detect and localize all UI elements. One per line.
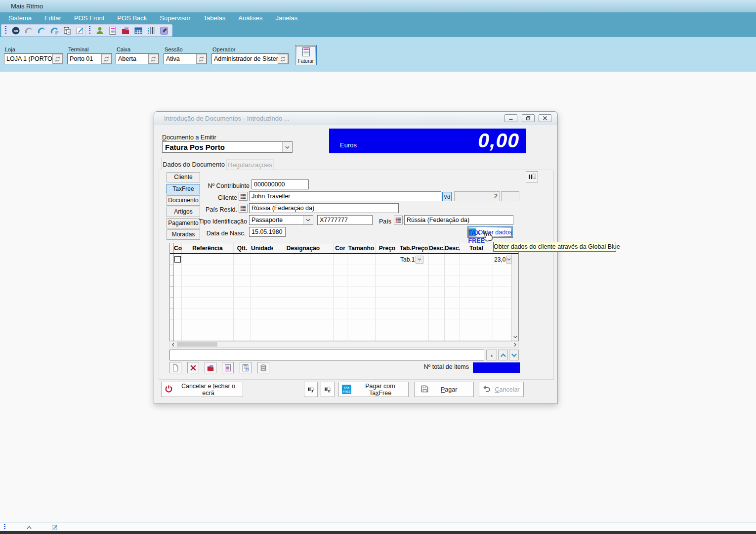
restore-icon[interactable] [522, 114, 535, 122]
grid-cell [273, 276, 334, 287]
pay-taxfree-label: Pagar com TaxFree [355, 383, 405, 397]
close-icon[interactable] [539, 114, 551, 122]
briefcase-icon[interactable] [205, 362, 216, 373]
refresh-icon[interactable] [278, 54, 288, 64]
col-header: Desc.2 [445, 243, 460, 253]
tax-rate-value: 23,0 [494, 256, 505, 263]
barcode-icon[interactable] [146, 25, 157, 36]
faturar-button[interactable]: Faturar [295, 45, 317, 65]
refresh-icon[interactable] [52, 54, 63, 64]
nascimento-field[interactable]: 15.05.1980 [249, 227, 286, 237]
scroll-left-icon[interactable] [170, 342, 176, 347]
minimize-icon[interactable] [504, 114, 517, 122]
session-field-terminal: Terminal Porto 01 [67, 46, 112, 64]
chevron-down-icon[interactable] [303, 216, 313, 224]
chevron-up-icon[interactable] [24, 524, 35, 531]
grid-cell [174, 265, 182, 276]
grid-cell [399, 330, 429, 341]
new-line-icon[interactable] [169, 362, 181, 373]
handset-teal-icon[interactable] [36, 25, 47, 36]
edit-icon[interactable] [75, 25, 85, 36]
menu-item-janelas[interactable]: Janelas [269, 12, 304, 24]
cancel-close-button[interactable]: Cancelar e fechar o ecrã [161, 382, 243, 397]
menu-item-sistema[interactable]: Sistema [2, 12, 38, 24]
menu-item-supervisor[interactable]: Supervisor [153, 12, 197, 24]
grid-cell [234, 298, 251, 309]
user-icon[interactable] [94, 25, 105, 36]
col-header: Qtt. [234, 243, 251, 253]
grid-corner [170, 243, 174, 253]
vertical-scrollbar[interactable] [511, 254, 518, 341]
dropdown-up-icon[interactable]: ▴ [486, 350, 497, 360]
id-number-field[interactable]: X7777777 [317, 215, 373, 225]
power-on-icon[interactable]: on [10, 25, 21, 36]
stack-icon[interactable] [257, 362, 269, 373]
chevron-down-icon[interactable] [416, 256, 423, 264]
delete-line-icon[interactable] [187, 362, 199, 373]
cancel-button[interactable]: Cancelar [479, 382, 524, 397]
refresh-icon[interactable] [101, 54, 112, 64]
cliente-field[interactable]: John Traveller [249, 191, 441, 201]
lookup-list-icon[interactable] [239, 192, 248, 201]
item-entry-input[interactable] [169, 350, 484, 360]
scrollbar-thumb[interactable] [177, 342, 217, 347]
grid-rows [170, 265, 518, 341]
grid-cell [334, 309, 347, 319]
chevron-down-icon[interactable] [506, 256, 511, 264]
tipo-id-select[interactable]: Passaporte [249, 215, 313, 225]
document-lines-icon[interactable] [222, 362, 234, 373]
refresh-icon[interactable] [196, 54, 207, 64]
toolbar-grip[interactable] [89, 26, 90, 35]
pais-resid-field[interactable]: Rússia (Federação da) [249, 203, 399, 213]
lookup-list-icon[interactable] [394, 216, 403, 224]
folder-icon[interactable] [120, 25, 131, 36]
document-edit-icon[interactable] [240, 362, 252, 373]
lookup-list-icon[interactable] [239, 204, 248, 213]
note-edit-icon[interactable] [159, 25, 169, 36]
menu-item-analises[interactable]: Análises [232, 12, 269, 24]
horizontal-scrollbar[interactable] [169, 341, 519, 348]
vd-button[interactable]: Vd [442, 192, 452, 201]
grid-icon[interactable] [133, 25, 144, 36]
chevron-down-icon[interactable] [282, 142, 292, 152]
suspend-document-icon[interactable] [526, 171, 538, 182]
resume-sale-button[interactable] [321, 382, 335, 397]
edit-note-icon[interactable] [49, 524, 60, 531]
taxfree-icon: TAXFREE [468, 228, 476, 236]
toolbar-grip[interactable] [5, 26, 6, 35]
tab-preco-value: Tab.1 [400, 256, 415, 263]
session-label: Operador [211, 46, 289, 53]
row-checkbox[interactable] [174, 256, 181, 263]
grid-cell [429, 254, 445, 265]
menu-item-pos-back[interactable]: POS Back [111, 12, 153, 24]
clipboard-icon[interactable] [62, 25, 73, 36]
report-icon[interactable] [107, 25, 118, 36]
grid-cell [399, 309, 429, 319]
tab-dados-do-documento[interactable]: Dados do Documento [161, 158, 226, 170]
session-value: Ativa [164, 55, 196, 62]
statusbar-grip[interactable] [4, 524, 5, 530]
col-header: Designação [273, 243, 334, 253]
handset-sync-icon[interactable] [49, 25, 60, 36]
scroll-right-icon[interactable] [512, 342, 518, 347]
grid-cell [174, 319, 182, 330]
scroll-down-icon[interactable] [512, 333, 518, 341]
menu-item-editar[interactable]: Editar [38, 12, 68, 24]
pais-field[interactable]: Rússia (Federação da) [404, 215, 513, 225]
grid-row-1[interactable]: Tab.1 23,0 [170, 254, 518, 265]
document-type-select[interactable]: Fatura Pos Porto [162, 141, 293, 153]
items-grid: Co Referência Qtt. Unidade Designação Co… [169, 243, 519, 341]
grid-cell [273, 330, 334, 341]
nif-field[interactable]: 000000000 [252, 179, 309, 189]
refresh-icon[interactable] [148, 54, 159, 64]
move-up-icon[interactable] [498, 350, 508, 360]
menu-item-pos-front[interactable]: POS Front [68, 12, 111, 24]
move-down-icon[interactable] [509, 350, 519, 360]
pay-button[interactable]: Pagar [414, 382, 474, 397]
handset-gray-icon[interactable] [23, 25, 34, 36]
suspend-sale-button[interactable] [304, 382, 318, 397]
pay-taxfree-button[interactable]: TAXFREE Pagar com TaxFree [338, 382, 409, 397]
grid-cell [251, 330, 273, 341]
grid-cell: Tab.1 [399, 254, 429, 265]
menu-item-tabelas[interactable]: Tabelas [197, 12, 232, 24]
